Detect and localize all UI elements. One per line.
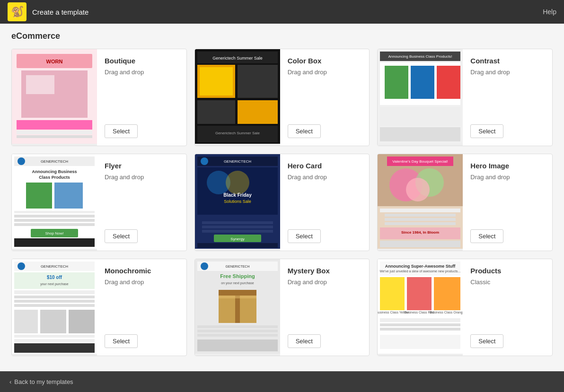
template-type-hero-card: Drag and drop — [288, 174, 362, 227]
svg-rect-88 — [14, 343, 95, 353]
svg-rect-4 — [26, 75, 54, 94]
template-thumbnail-color-box: Generictech Summer Sale Generictech Summ… — [195, 49, 280, 146]
svg-rect-52 — [202, 221, 273, 224]
svg-rect-83 — [14, 310, 38, 333]
svg-rect-54 — [202, 230, 273, 233]
svg-text:Solutions Sale: Solutions Sale — [224, 199, 251, 204]
svg-text:We've just unveiled a slew of : We've just unveiled a slew of awesome ne… — [380, 270, 461, 273]
svg-rect-23 — [411, 66, 434, 99]
svg-rect-114 — [380, 323, 460, 326]
svg-text:Announcing Business Class Prod: Announcing Business Class Products! — [388, 54, 452, 59]
header-title: Create a template — [32, 8, 88, 16]
select-button-contrast[interactable]: Select — [470, 124, 503, 138]
svg-rect-79 — [14, 290, 95, 294]
svg-text:Black Friday: Black Friday — [223, 192, 252, 198]
template-card-hero-card: GENERICTECH Black Friday Solutions Sale … — [194, 154, 370, 251]
select-button-flyer[interactable]: Select — [105, 229, 138, 243]
card-info-contrast: Contrast Drag and drop Select — [463, 49, 552, 146]
svg-rect-33 — [26, 183, 52, 209]
select-button-hero-card[interactable]: Select — [288, 229, 321, 243]
svg-rect-12 — [238, 65, 278, 98]
back-to-templates-label: Back to my templates — [14, 378, 73, 385]
svg-rect-81 — [14, 300, 95, 303]
svg-text:Announcing Business: Announcing Business — [32, 169, 77, 174]
help-button[interactable]: Help — [543, 8, 556, 16]
svg-text:Free Shipping: Free Shipping — [220, 273, 255, 279]
svg-rect-99 — [197, 325, 278, 328]
svg-rect-15 — [238, 100, 278, 124]
svg-rect-66 — [385, 214, 456, 217]
select-button-monochromic[interactable]: Select — [105, 334, 138, 348]
logo-icon: 🐒 — [11, 6, 24, 18]
mailchimp-logo: 🐒 — [8, 2, 26, 21]
svg-text:Valentine's Day Bouquet Specia: Valentine's Day Bouquet Special! — [393, 159, 448, 164]
svg-text:Business Class Orange: Business Class Orange — [430, 311, 463, 314]
template-type-boutique: Drag and drop — [105, 69, 179, 122]
template-card-monochromic: GENERICTECH $10 off your next purchase M… — [11, 259, 187, 356]
template-type-flyer: Drag and drop — [105, 174, 179, 227]
template-type-products: Classic — [470, 279, 545, 332]
card-info-products: Products Classic Select — [463, 259, 552, 356]
select-button-color-box[interactable]: Select — [288, 124, 321, 138]
select-button-boutique[interactable]: Select — [105, 124, 138, 138]
select-button-mystery-box[interactable]: Select — [288, 334, 321, 348]
svg-rect-113 — [380, 318, 460, 322]
header: 🐒 Create a template Help — [0, 0, 564, 24]
svg-rect-36 — [14, 215, 95, 218]
svg-rect-67 — [385, 218, 456, 221]
template-card-color-box: Generictech Summer Sale Generictech Summ… — [194, 49, 370, 146]
page-content: eCommerce WORN Boutique Drag and drop Se… — [0, 24, 564, 392]
template-type-monochromic: Drag and drop — [105, 279, 179, 332]
template-thumbnail-products: Announcing Super-Awesome Stuff We've jus… — [378, 259, 463, 356]
svg-rect-53 — [202, 226, 273, 228]
back-to-templates-link[interactable]: ‹ Back to my templates — [9, 378, 73, 385]
svg-rect-100 — [197, 330, 278, 332]
svg-rect-80 — [14, 296, 95, 298]
template-name-products: Products — [470, 267, 545, 275]
svg-rect-35 — [14, 211, 95, 213]
select-button-products[interactable]: Select — [470, 334, 503, 348]
svg-rect-57 — [197, 243, 278, 248]
template-type-mystery-box: Drag and drop — [288, 279, 362, 332]
svg-text:Synergy: Synergy — [230, 237, 244, 241]
svg-rect-6 — [17, 131, 92, 134]
svg-text:Generictech Summer Sale: Generictech Summer Sale — [215, 131, 260, 135]
svg-point-29 — [18, 157, 25, 165]
svg-rect-108 — [407, 277, 432, 310]
svg-rect-14 — [197, 100, 235, 124]
template-type-color-box: Drag and drop — [288, 69, 362, 122]
svg-rect-109 — [434, 277, 460, 310]
template-name-mystery-box: Mystery Box — [288, 267, 362, 275]
svg-rect-41 — [14, 238, 95, 247]
template-name-contrast: Contrast — [470, 57, 545, 65]
template-card-contrast: Announcing Business Class Products! Cont… — [377, 49, 553, 146]
svg-point-74 — [18, 262, 25, 270]
template-thumbnail-mystery-box: GENERICTECH Free Shipping on your next p… — [195, 259, 280, 356]
svg-rect-26 — [380, 127, 460, 141]
svg-point-48 — [226, 171, 249, 194]
template-name-hero-image: Hero Image — [470, 162, 545, 170]
footer: ‹ Back to my templates — [0, 371, 564, 392]
svg-rect-25 — [380, 107, 460, 126]
template-thumbnail-hero-card: GENERICTECH Black Friday Solutions Sale … — [195, 154, 280, 251]
template-name-flyer: Flyer — [105, 162, 179, 170]
svg-rect-85 — [69, 310, 95, 333]
svg-rect-107 — [380, 277, 405, 310]
svg-text:GENERICTECH: GENERICTECH — [224, 159, 251, 164]
card-info-hero-image: Hero Image Drag and drop Select — [463, 154, 552, 251]
svg-rect-115 — [380, 328, 460, 331]
svg-rect-24 — [437, 66, 460, 99]
template-card-boutique: WORN Boutique Drag and drop Select — [11, 49, 187, 146]
svg-text:Since 1984, In Bloom: Since 1984, In Bloom — [401, 230, 439, 235]
svg-text:on your next purchase: on your next purchase — [221, 281, 254, 285]
template-card-hero-image: Valentine's Day Bouquet Special! Since 1… — [377, 154, 553, 251]
template-grid: WORN Boutique Drag and drop Select Gener… — [11, 49, 553, 356]
svg-rect-116 — [380, 335, 460, 349]
svg-rect-102 — [197, 340, 278, 351]
svg-point-64 — [406, 178, 430, 201]
section-title: eCommerce — [11, 31, 553, 41]
svg-rect-22 — [385, 66, 408, 99]
svg-text:WORN: WORN — [46, 59, 63, 64]
svg-point-91 — [201, 262, 208, 270]
select-button-hero-image[interactable]: Select — [470, 229, 503, 243]
